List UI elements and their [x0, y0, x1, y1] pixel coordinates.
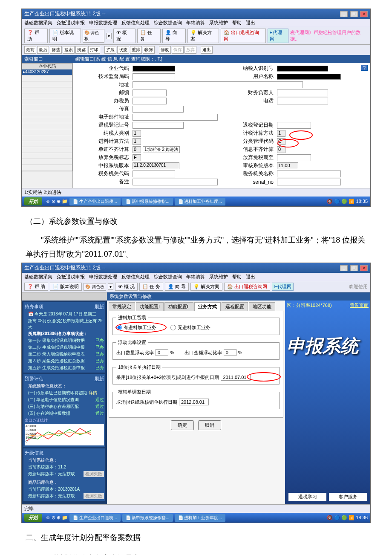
- menu-item[interactable]: 综合数据查询: [154, 274, 182, 280]
- ledger-button[interactable]: 帐簿: [143, 46, 155, 54]
- address-field[interactable]: [133, 81, 303, 88]
- tasks-button[interactable]: 📋 任 务: [139, 283, 163, 291]
- zip-field[interactable]: [133, 90, 167, 96]
- tab[interactable]: 功能配置II: [164, 302, 193, 311]
- warn-item[interactable]: (三) 与纳税表存在差额匹配 通过: [25, 403, 104, 410]
- dropdown-icon[interactable]: ▾: [108, 283, 113, 290]
- menu-item[interactable]: 系统维护: [209, 20, 228, 26]
- radio-input[interactable]: [116, 325, 122, 330]
- refresh-link[interactable]: 刷新: [95, 376, 104, 382]
- grid-row[interactable]: [22, 105, 72, 111]
- tab[interactable]: 功能配置I: [136, 302, 164, 311]
- check-button[interactable]: 检测失败: [84, 471, 104, 477]
- giveup-date-field[interactable]: [277, 154, 311, 161]
- start-button[interactable]: 开始: [24, 514, 42, 522]
- guide-button[interactable]: 👤 向 导: [165, 283, 189, 291]
- feed-calc-field[interactable]: 1: [133, 138, 141, 145]
- grid-row[interactable]: [22, 93, 72, 99]
- maximize-icon[interactable]: □: [350, 11, 358, 17]
- step-item[interactable]: 第五步 生成免抵退税汇总申报已办: [25, 364, 104, 371]
- refresh-link[interactable]: 刷新: [95, 304, 104, 310]
- help-button[interactable]: ❓ 帮 助: [24, 283, 48, 291]
- edit-button[interactable]: 修改: [159, 46, 171, 54]
- minimize-icon[interactable]: _: [340, 265, 348, 271]
- tax-calc-method-field[interactable]: 1: [277, 130, 285, 137]
- grid-row[interactable]: [22, 141, 72, 147]
- grid-row[interactable]: [22, 111, 72, 117]
- serial-field[interactable]: [277, 179, 341, 185]
- discard-button[interactable]: 放弃: [184, 46, 196, 54]
- task-item[interactable]: 📄 生产企业出口退税...: [69, 514, 120, 522]
- task-item[interactable]: 📄 进料加工业务年度...: [175, 198, 225, 205]
- bg-link[interactable]: 背景页面: [350, 302, 369, 309]
- email-field[interactable]: [133, 114, 218, 121]
- taxpayer-id-field[interactable]: [277, 66, 328, 72]
- taxpayer-type-field[interactable]: 1: [133, 130, 141, 137]
- menu-item[interactable]: 年终清算: [186, 274, 205, 280]
- warn-item[interactable]: (二) 单证电子信息情况查询 通过: [25, 396, 104, 403]
- solution-button[interactable]: 💡 解决方案: [190, 283, 222, 291]
- step-item[interactable]: 第三步 录入增值税纳税申报表已办: [25, 351, 104, 358]
- learn-button[interactable]: 退税学习: [288, 493, 326, 501]
- grid-row[interactable]: [22, 117, 72, 123]
- close-icon[interactable]: ×: [360, 11, 368, 17]
- search-button[interactable]: 搜索: [63, 46, 75, 54]
- browse-button[interactable]: 浏览: [75, 46, 87, 54]
- warn-item[interactable]: (一) 纸质单证已超期或即将超期 详情: [25, 390, 104, 396]
- task-item[interactable]: 📄 生产企业出口退税...: [69, 198, 120, 205]
- menu-item[interactable]: 免抵退税申报: [57, 274, 85, 280]
- grid-row[interactable]: [22, 129, 72, 135]
- audit-sys-ver-field[interactable]: 11.00: [277, 162, 298, 169]
- grid-row[interactable]: [22, 99, 72, 105]
- task-item[interactable]: 📄 进料加工业务年度...: [175, 514, 225, 522]
- warn-item[interactable]: (四) 存在逾期申报数据 通过: [25, 410, 104, 417]
- radio-no-feed[interactable]: 无进料加工业务: [170, 324, 210, 331]
- declare-sys-ver-field[interactable]: 11.2.0.20130701: [133, 162, 179, 169]
- company-code-field[interactable]: [133, 66, 175, 72]
- print-button[interactable]: 打印: [88, 46, 100, 54]
- menu-item[interactable]: 反馈信息处理: [121, 20, 150, 26]
- giveup-flag-field[interactable]: F: [133, 154, 141, 161]
- task-item[interactable]: 📄 新申报系统操作指...: [122, 198, 173, 205]
- grid-row[interactable]: [22, 75, 72, 81]
- site-button[interactable]: 🏠 出口退税咨询网: [224, 283, 270, 291]
- exit-button[interactable]: 退出: [201, 46, 213, 54]
- tab[interactable]: 常规设定: [109, 302, 135, 311]
- menu-item[interactable]: 免抵退税申报: [57, 20, 85, 26]
- verify-date-field[interactable]: [179, 399, 209, 405]
- menu-item[interactable]: 年终清算: [186, 20, 205, 26]
- refund-reg-field[interactable]: [133, 122, 184, 129]
- grid-row-selected[interactable]: ▸4403120287: [22, 69, 72, 75]
- start-button[interactable]: 开始: [24, 197, 42, 205]
- grid-row[interactable]: [22, 159, 72, 165]
- grid-row[interactable]: [22, 165, 72, 171]
- step-item[interactable]: 第一步 采集免抵退税明细数据已办: [25, 337, 104, 344]
- service-button[interactable]: 客户服务: [329, 493, 367, 501]
- menu-item[interactable]: 反馈信息处理: [121, 274, 150, 280]
- ok-button[interactable]: 确定: [171, 420, 194, 430]
- step-item[interactable]: 第四步 采集免抵退税汇总数据已办: [25, 358, 104, 364]
- finance-chief-field[interactable]: [277, 90, 328, 96]
- palette-button[interactable]: 🎨 调色板: [83, 29, 105, 43]
- phone-field[interactable]: [277, 98, 328, 104]
- nav-last[interactable]: 最后: [37, 46, 49, 54]
- grid-row[interactable]: [22, 81, 72, 87]
- menu-item[interactable]: 退出: [246, 274, 255, 280]
- guide-button[interactable]: 👤 向 导: [162, 29, 186, 43]
- grid-row[interactable]: [22, 123, 72, 129]
- menu-item[interactable]: 帮助: [232, 20, 242, 26]
- grid-row[interactable]: [22, 135, 72, 141]
- help-button[interactable]: ❓ 帮 助: [24, 29, 48, 43]
- tax-officer-field[interactable]: [133, 98, 167, 104]
- menu-item[interactable]: 基础数据采集: [24, 20, 52, 26]
- step-item[interactable]: 第二步 生成免抵退税明细申报已办: [25, 344, 104, 351]
- version-button[interactable]: 📄 版本说明: [49, 29, 81, 43]
- filter-button[interactable]: 筛选: [50, 46, 62, 54]
- menu-item[interactable]: 申报数据处理: [89, 20, 117, 26]
- tab-active[interactable]: 业务方式: [194, 302, 221, 311]
- reorder-button[interactable]: 重排: [130, 46, 142, 54]
- menu-item[interactable]: 基础数据采集: [24, 274, 52, 280]
- tax-bureau-code-field[interactable]: [133, 171, 175, 177]
- refund-date-field[interactable]: [277, 122, 311, 129]
- tax-bureau-name-field[interactable]: [277, 171, 341, 177]
